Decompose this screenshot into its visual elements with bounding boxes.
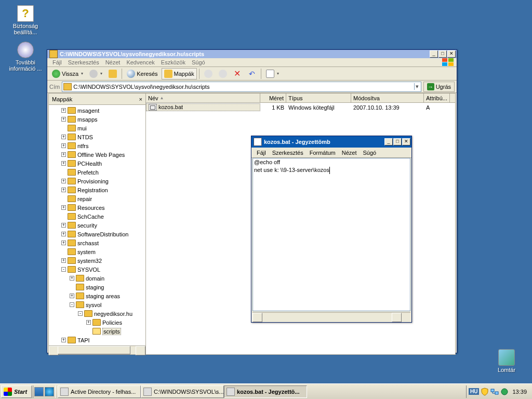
tree-node[interactable]: +security [51,221,145,230]
tree-node[interactable]: -sysvol [51,300,145,309]
tree-node[interactable]: +staging areas [51,291,145,300]
moveto-button[interactable] [202,68,215,79]
close-button[interactable]: ✕ [447,50,456,58]
tree-node[interactable]: +PCHealth [51,159,145,168]
tree-node[interactable]: +Policies [51,318,145,327]
tray-volume-icon[interactable] [500,388,509,396]
minimize-button[interactable]: _ [430,50,438,58]
tree-node[interactable]: +domain [51,274,145,283]
tree-expand-icon[interactable]: - [61,267,66,272]
tree-expand-icon[interactable]: + [61,108,66,113]
taskbar-button[interactable]: Active Directory - felhas... [58,385,141,398]
menu-edit[interactable]: Szerkesztés [269,149,307,157]
tree-node[interactable]: -SYSVOL [51,265,145,274]
address-input[interactable]: C:\WINDOWS\SYSVOL\sysvol\negyediksor.hu\… [62,82,421,92]
tree-expand-icon[interactable]: + [61,223,66,228]
tree-expand-icon[interactable]: + [61,179,66,183]
tree-hscrollbar[interactable] [49,345,145,354]
start-button[interactable]: Start [1,385,32,398]
go-button[interactable]: → Ugrás [423,82,455,92]
maximize-button[interactable]: □ [438,50,447,58]
close-button[interactable]: ✕ [402,138,410,145]
tree-expand-icon[interactable]: + [61,188,66,192]
desktop-icon-recycle[interactable]: Lomtár [488,349,525,373]
minimize-button[interactable]: _ [384,138,393,145]
menu-help[interactable]: Súgó [189,58,208,66]
column-header[interactable]: Attribú... [424,94,450,102]
tree-close-button[interactable]: × [139,96,142,102]
tree-expand-icon[interactable]: - [70,302,74,307]
tree-node[interactable]: +msapps [51,115,145,124]
tree-node[interactable]: SchCache [51,212,145,221]
menu-tools[interactable]: Eszközök [158,58,189,66]
tree-node[interactable]: +Resources [51,203,145,212]
tree-node[interactable]: +srchasst [51,238,145,247]
tree-node[interactable]: +ntfrs [51,141,145,150]
tree-node[interactable]: +Offline Web Pages [51,150,145,159]
tree-node[interactable]: +TAPI [51,336,145,344]
search-button[interactable]: Keresés [124,68,160,79]
tree-expand-icon[interactable]: + [61,338,66,342]
views-button[interactable] [263,68,282,79]
tree-node[interactable]: +Provisioning [51,177,145,185]
tree-expand-icon[interactable]: + [70,276,74,281]
notepad-hscrollbar[interactable] [252,312,410,321]
undo-button[interactable]: ↶ [245,68,259,79]
tree-node[interactable]: +SoftwareDistribution [51,230,145,238]
explorer-titlebar[interactable]: C:\WINDOWS\SYSVOL\sysvol\negyediksor.hu\… [47,50,457,58]
address-dropdown-icon[interactable]: ▾ [414,83,420,90]
copyto-button[interactable] [216,68,230,79]
menu-format[interactable]: Formátum [307,149,339,157]
tree-expand-icon[interactable]: - [78,311,83,316]
tree-node[interactable]: +NTDS [51,132,145,141]
column-header[interactable]: Típus [286,94,351,102]
tree-expand-icon[interactable]: + [61,258,66,263]
tree-node[interactable]: system [51,247,145,256]
forward-button[interactable] [87,68,105,79]
menu-file[interactable]: Fájl [254,149,269,157]
menu-view[interactable]: Nézet [339,149,360,157]
tree-node[interactable]: +system32 [51,256,145,265]
tree-node[interactable]: scripts [51,327,145,336]
tree-expand-icon[interactable]: + [61,161,66,166]
taskbar-button[interactable]: C:\WINDOWS\SYSVOL\s... [141,385,224,398]
tree-expand-icon[interactable]: + [61,241,66,245]
folders-button[interactable]: Mappák [162,68,197,79]
menu-view[interactable]: Nézet [102,58,124,66]
menu-edit[interactable]: Szerkesztés [65,58,102,66]
delete-button[interactable]: ✕ [231,68,244,79]
clock[interactable]: 13:39 [510,389,529,395]
tree-expand-icon[interactable]: + [61,143,66,148]
tree-node[interactable]: repair [51,194,145,203]
tray-shield-icon[interactable] [481,388,489,396]
folder-tree[interactable]: +msagent+msappsmui+NTDS+ntfrs+Offline We… [49,105,145,345]
tree-expand-icon[interactable]: + [86,320,91,325]
tree-node[interactable]: +msagent [51,106,145,115]
file-row[interactable]: kozos.bat1 KBWindows kötegfájl2007.10.10… [146,103,455,112]
desktop-icon-security[interactable]: ? Biztonság beállítá... [7,5,44,35]
taskbar-button[interactable]: kozos.bat - Jegyzettö... [224,385,307,398]
tree-expand-icon[interactable]: + [61,152,66,157]
column-header[interactable]: Név▲ [146,94,260,102]
menu-file[interactable]: Fájl [49,58,65,66]
ie-icon[interactable] [45,387,54,396]
menu-help[interactable]: Súgó [360,149,380,157]
tree-expand-icon[interactable]: + [61,117,66,122]
tree-expand-icon[interactable]: + [61,135,66,139]
language-indicator[interactable]: HU [469,388,479,395]
back-button[interactable]: Vissza [49,68,86,79]
tree-node[interactable]: mui [51,124,145,132]
tree-node[interactable]: -negyediksor.hu [51,309,145,318]
tree-expand-icon[interactable]: + [61,232,66,236]
tree-expand-icon[interactable]: + [70,294,74,298]
tree-node[interactable]: staging [51,283,145,291]
show-desktop-icon[interactable] [34,387,44,396]
menu-favorites[interactable]: Kedvencek [123,58,157,66]
tray-network-icon[interactable] [490,388,499,396]
tree-expand-icon[interactable]: + [61,205,66,210]
maximize-button[interactable]: □ [393,138,402,145]
up-button[interactable] [106,68,119,79]
notepad-textarea[interactable]: @echo off net use k: \\9-13-server\kozos [252,158,410,311]
notepad-titlebar[interactable]: kozos.bat - Jegyzettömb _ □ ✕ [251,136,411,148]
column-header[interactable]: Módosítva [351,94,424,102]
